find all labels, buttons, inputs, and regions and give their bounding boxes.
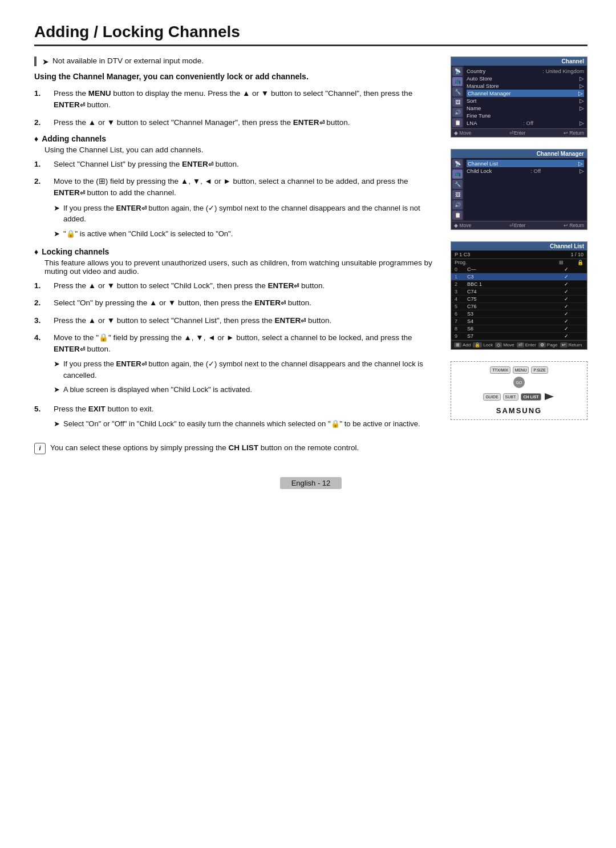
step-6-content: Select "On" by pressing the ▲ or ▼ butto… (54, 297, 433, 309)
screen2-footer-enter: ⏎Enter (509, 223, 525, 228)
ch-row-3: 3 C74 ✓ (451, 288, 587, 296)
step-9: Press the EXIT button to exit. ➤ Select … (34, 403, 433, 432)
screen1-row-manualstore: Manual Store▷ (467, 82, 584, 90)
footer-page: ⚙ Page (538, 342, 558, 348)
remote-ttxmix[interactable]: TTX/MIX (490, 366, 510, 374)
screen2-content: Channel List▷ Child Lock: Off▷ (464, 158, 587, 221)
remote-chlist[interactable]: CH LIST (521, 393, 541, 401)
screen1-row-autostore: Auto Store▷ (467, 75, 584, 82)
screen3-title: Channel List (451, 242, 587, 251)
remote-arrow-icon (544, 391, 555, 402)
screen2-icon-1: 📡 (452, 159, 463, 168)
step-7: Press the ▲ or ▼ button to select "Chann… (34, 315, 433, 326)
subtip2-arrow: ➤ (54, 228, 60, 240)
screen1-row-name: Name▷ (467, 104, 584, 112)
step-3-content: Select "Channel List" by pressing the EN… (54, 159, 433, 170)
screen1-row-lna: LNA: Off▷ (467, 119, 584, 127)
remote-row-go: GO (513, 377, 525, 388)
step-1: Press the MENU button to display the men… (34, 88, 433, 111)
remote-guide[interactable]: GUIDE (483, 393, 500, 401)
adding-desc: Using the Channel List, you can add chan… (44, 146, 433, 154)
screen2-icon-3: 🔧 (452, 180, 463, 189)
adding-subtip1: ➤ If you press the ENTER⏎ button again, … (54, 203, 433, 225)
diamond-icon-2: ♦ (34, 247, 38, 256)
intro-text: Using the Channel Manager, you can conve… (34, 72, 433, 81)
ch-row-2: 2 BBC 1 ✓ (451, 281, 587, 288)
ch-row-1: 1 C3 ✓ (451, 273, 587, 281)
ch-row-7: 7 S4 ✓ (451, 318, 587, 325)
screen2-icon-2: 📺 (452, 169, 463, 179)
screen-1: Channel 📡 📺 🔧 🖼 🔊 📋 Country: United King… (451, 56, 587, 138)
locking-subtip1: ➤ If you press the ENTER⏎ button again, … (54, 358, 433, 381)
screen1-row-sort: Sort▷ (467, 97, 584, 104)
screen-3: Channel List P 1 C3 1 / 10 Prog. ⊞ 🔒 0 C… (451, 241, 587, 350)
screen2-title: Channel Manager (451, 150, 587, 158)
sidebar-icon-3: 🔧 (452, 87, 463, 96)
locking-desc: This feature allows you to prevent unaut… (44, 259, 433, 276)
ch-row-8: 8 S6 ✓ (451, 325, 587, 333)
screen3-header: P 1 C3 1 / 10 (451, 251, 587, 259)
step-8-content: Move to the "🔒" field by pressing the ▲,… (54, 332, 433, 398)
sidebar-icon-6: 📋 (452, 118, 463, 127)
col-add: ⊞ (559, 260, 564, 265)
page-label: English - 12 (280, 477, 342, 489)
svg-marker-0 (545, 393, 554, 400)
locking-subtip2: ➤ A blue screen is displayed when "Child… (54, 384, 433, 395)
screen1-footer: ◆ Move ⏎Enter ↩ Return (451, 128, 587, 137)
footer-return: ↩ Return (560, 342, 582, 348)
remote-go-btn[interactable]: GO (513, 377, 525, 388)
subtip2-text: "🔒" is active when "Child Lock" is selec… (63, 228, 233, 240)
screen2-row-chlist: Channel List▷ (467, 160, 584, 167)
remote-subt[interactable]: SUBT. (503, 393, 519, 401)
screen2-footer: ◆ Move ⏎Enter ↩ Return (451, 221, 587, 229)
screen1-footer-move: ◆ Move (454, 130, 471, 136)
ch-row-9: 9 S7 ✓ (451, 333, 587, 340)
right-column: Channel 📡 📺 🔧 🖼 🔊 📋 Country: United King… (451, 56, 587, 454)
locking-subtip3: ➤ Select "On" or "Off" in "Child Lock" t… (54, 418, 433, 430)
sidebar-icon-1: 📡 (452, 67, 463, 76)
footer-move: ◇ Move (495, 342, 514, 348)
step-3: Select "Channel List" by pressing the EN… (34, 159, 433, 170)
screen-2: Channel Manager 📡 📺 🔧 🖼 🔊 📋 Channel List… (451, 149, 587, 230)
screen2-icon-5: 🔊 (452, 200, 463, 209)
screen2-footer-move: ◆ Move (454, 223, 471, 228)
col-lock: 🔒 (577, 260, 583, 265)
page-footer: English - 12 (34, 471, 587, 489)
screen2-sidebar: 📡 📺 🔧 🖼 🔊 📋 (451, 158, 464, 221)
bottom-note-text: You can select these options by simply p… (50, 442, 359, 454)
step-5-content: Press the ▲ or ▼ button to select "Child… (54, 280, 433, 292)
steps-list: Press the MENU button to display the men… (34, 88, 433, 128)
step-6: Select "On" by pressing the ▲ or ▼ butto… (34, 297, 433, 309)
screen1-title: Channel (451, 57, 587, 66)
screen3-cols: Prog. ⊞ 🔒 (451, 259, 587, 266)
locking-title: Locking channels (42, 247, 109, 256)
step-2-content: Press the ▲ or ▼ button to select "Chann… (54, 117, 433, 128)
screen1-footer-return: ↩ Return (564, 130, 584, 136)
ch-row-4: 4 C75 ✓ (451, 296, 587, 303)
steps-3-4: Select "Channel List" by pressing the EN… (34, 159, 433, 241)
screen3-header-left: P 1 C3 (455, 252, 470, 257)
step-9-content: Press the EXIT button to exit. ➤ Select … (54, 403, 433, 432)
step-1-content: Press the MENU button to display the men… (54, 88, 433, 111)
tip-1: ➤ Not available in DTV or external input… (34, 56, 433, 66)
locking-section: ♦ Locking channels This feature allows y… (34, 247, 433, 276)
adding-section: ♦ Adding channels Using the Channel List… (34, 134, 433, 154)
screen1-row-country: Country: United Kingdom (467, 67, 584, 75)
screen2-footer-return: ↩ Return (564, 223, 584, 228)
sidebar-icon-4: 🖼 (452, 98, 463, 107)
screen1-row-channelmgr: Channel Manager▷ (467, 90, 584, 97)
screen1-sidebar: 📡 📺 🔧 🖼 🔊 📋 (451, 66, 464, 128)
screen2-icon-6: 📋 (452, 211, 463, 220)
remote-menu[interactable]: MENU (513, 366, 529, 374)
remote-row-1: TTX/MIX MENU P.SIZE (490, 366, 548, 374)
diamond-icon: ♦ (34, 134, 38, 143)
adding-header: ♦ Adding channels (34, 134, 433, 143)
samsung-logo: SAMSUNG (496, 406, 542, 415)
tip-arrow-icon: ➤ (42, 57, 49, 66)
ch-row-0: 0 C— ✓ (451, 266, 587, 273)
subtip1-text: If you press the ENTER⏎ button again, th… (63, 203, 433, 225)
step-4: Move to the (⊞) field by pressing the ▲,… (34, 176, 433, 241)
remote-psize[interactable]: P.SIZE (531, 366, 548, 374)
screen2-row-childlock: Child Lock: Off▷ (467, 167, 584, 175)
step-2: Press the ▲ or ▼ button to select "Chann… (34, 117, 433, 128)
